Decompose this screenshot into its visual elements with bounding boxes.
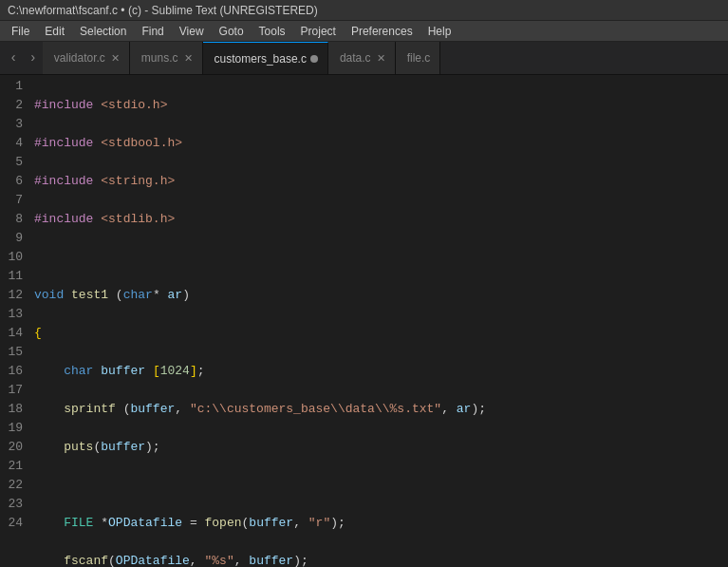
line-num: 4 xyxy=(8,134,23,153)
menu-tools[interactable]: Tools xyxy=(252,23,293,40)
tab-label: customers_base.c xyxy=(215,52,307,66)
line-num: 13 xyxy=(8,305,23,324)
line-num: 24 xyxy=(8,514,23,533)
menu-view[interactable]: View xyxy=(172,23,212,40)
menu-selection[interactable]: Selection xyxy=(72,23,134,40)
line-num: 17 xyxy=(8,381,23,400)
line-num: 1 xyxy=(8,77,23,96)
code-line-7: { xyxy=(34,324,728,343)
line-num: 2 xyxy=(8,96,23,115)
line-num: 9 xyxy=(8,229,23,248)
line-num: 21 xyxy=(8,457,23,476)
close-icon[interactable]: ✕ xyxy=(111,52,120,65)
menu-edit[interactable]: Edit xyxy=(37,23,72,40)
line-num: 15 xyxy=(8,343,23,362)
code-line-11 xyxy=(34,476,728,495)
line-num: 7 xyxy=(8,191,23,210)
line-num: 14 xyxy=(8,324,23,343)
menu-project[interactable]: Project xyxy=(293,23,344,40)
title-text: C:\newformat\fscanf.c • (c) - Sublime Te… xyxy=(8,4,318,17)
tab-prev-button[interactable]: ‹ xyxy=(4,42,23,74)
line-num: 11 xyxy=(8,267,23,286)
code-line-8: char buffer [1024]; xyxy=(34,362,728,381)
code-line-2: #include <stdbool.h> xyxy=(34,134,728,153)
code-line-9: sprintf (buffer, "c:\\customers_base\\da… xyxy=(34,400,728,419)
editor: 1 2 3 4 5 6 7 8 9 10 11 12 13 14 15 16 1… xyxy=(0,75,728,567)
line-num: 8 xyxy=(8,210,23,229)
menu-bar: File Edit Selection Find View Goto Tools… xyxy=(0,21,728,42)
menu-find[interactable]: Find xyxy=(134,23,171,40)
code-line-12: FILE *OPDatafile = fopen(buffer, "r"); xyxy=(34,514,728,533)
line-num: 18 xyxy=(8,400,23,419)
code-line-10: puts(buffer); xyxy=(34,438,728,457)
line-numbers: 1 2 3 4 5 6 7 8 9 10 11 12 13 14 15 16 1… xyxy=(0,75,34,567)
line-num: 6 xyxy=(8,172,23,191)
tab-label: file.c xyxy=(407,51,431,65)
code-line-5 xyxy=(34,248,728,267)
tab-validator[interactable]: validator.c ✕ xyxy=(43,42,130,74)
line-num: 19 xyxy=(8,419,23,438)
code-line-4: #include <stdlib.h> xyxy=(34,210,728,229)
menu-help[interactable]: Help xyxy=(420,23,459,40)
line-num: 3 xyxy=(8,115,23,134)
tab-file[interactable]: file.c xyxy=(396,42,441,74)
line-num: 12 xyxy=(8,286,23,305)
code-line-1: #include <stdio.h> xyxy=(34,96,728,115)
tab-label: muns.c xyxy=(141,51,178,65)
line-num: 16 xyxy=(8,362,23,381)
menu-goto[interactable]: Goto xyxy=(212,23,252,40)
tab-muns[interactable]: muns.c ✕ xyxy=(130,42,203,74)
close-icon[interactable]: ✕ xyxy=(377,52,385,65)
code-line-3: #include <string.h> xyxy=(34,172,728,191)
tab-data[interactable]: data.c ✕ xyxy=(328,42,396,74)
tab-label: validator.c xyxy=(54,51,105,65)
menu-file[interactable]: File xyxy=(4,23,37,40)
line-num: 10 xyxy=(8,248,23,267)
line-num: 22 xyxy=(8,476,23,495)
tab-label: data.c xyxy=(340,51,371,65)
tab-customers-base[interactable]: customers_base.c xyxy=(203,42,328,74)
line-num: 23 xyxy=(8,495,23,514)
code-line-6: void test1 (char* ar) xyxy=(34,286,728,305)
code-editor[interactable]: #include <stdio.h> #include <stdbool.h> … xyxy=(34,75,728,567)
line-num: 20 xyxy=(8,438,23,457)
modified-dot xyxy=(310,55,318,63)
line-num: 5 xyxy=(8,153,23,172)
code-line-13: fscanf(OPDatafile, "%s", buffer); xyxy=(34,552,728,567)
close-icon[interactable]: ✕ xyxy=(184,52,193,65)
tab-next-button[interactable]: › xyxy=(23,42,42,74)
menu-preferences[interactable]: Preferences xyxy=(344,23,420,40)
title-bar: C:\newformat\fscanf.c • (c) - Sublime Te… xyxy=(0,0,728,21)
tab-bar: ‹ › validator.c ✕ muns.c ✕ customers_bas… xyxy=(0,42,728,75)
